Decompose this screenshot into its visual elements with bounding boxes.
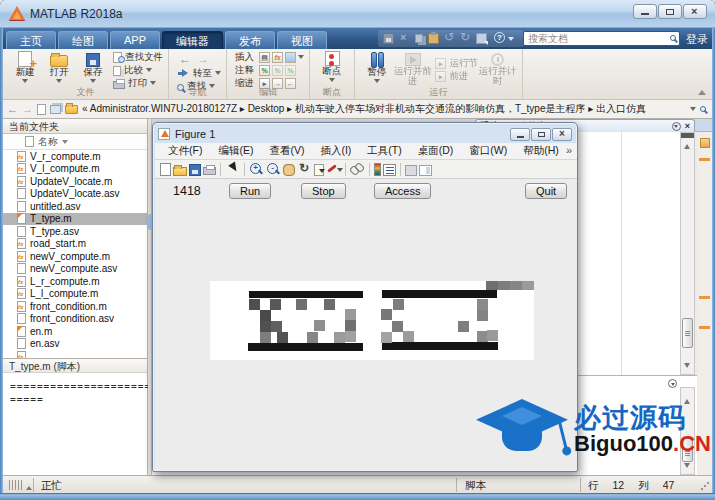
search-folder-icon[interactable]	[700, 106, 706, 112]
zoom-in-icon[interactable]	[249, 162, 264, 177]
file-row[interactable]: road_start.m	[3, 238, 147, 251]
new-file-icon[interactable]	[160, 163, 171, 176]
figure-menu-item[interactable]: 桌面(D)	[410, 144, 462, 158]
collapse-ribbon-icon[interactable]	[698, 86, 706, 95]
scroll-down-icon[interactable]	[684, 363, 690, 371]
titlebar[interactable]: MATLAB R2018a	[0, 0, 715, 28]
forward-icon[interactable]: →	[22, 103, 33, 115]
figure-menu-item[interactable]: 查看(V)	[261, 144, 312, 158]
scroll-up-icon[interactable]	[684, 141, 690, 149]
stop-button[interactable]: Stop	[301, 183, 346, 199]
community-icon[interactable]	[476, 33, 487, 44]
run-button[interactable]: Run	[229, 183, 271, 199]
quit-button[interactable]: Quit	[525, 183, 567, 199]
save-figure-icon[interactable]	[189, 164, 201, 176]
rotate-3d-icon[interactable]	[297, 162, 312, 177]
sort-icon[interactable]	[62, 140, 68, 147]
close-button[interactable]	[683, 4, 707, 19]
insert-legend-icon[interactable]	[383, 164, 396, 176]
breadcrumb[interactable]: « Administrator.WIN7U-20180127Z ▸ Deskto…	[82, 102, 686, 116]
save-button[interactable]: 保存	[76, 51, 110, 86]
data-cursor-icon[interactable]	[314, 164, 324, 176]
compare-button[interactable]: 比较	[113, 64, 163, 77]
figure-menu-item[interactable]: 工具(T)	[359, 144, 409, 158]
recent-folders-icon[interactable]	[50, 105, 61, 114]
chevron-up-icon[interactable]	[26, 483, 32, 490]
minimize-button[interactable]	[633, 4, 657, 19]
tab-视图[interactable]: 视图	[277, 31, 327, 49]
search-input[interactable]	[526, 32, 664, 45]
new-button[interactable]: 新建	[8, 51, 42, 86]
find-files-button[interactable]: 查找文件	[113, 51, 163, 64]
tab-发布[interactable]: 发布	[225, 31, 275, 49]
comment-icon[interactable]: %	[259, 65, 270, 76]
file-row[interactable]: en.m	[3, 325, 147, 338]
help-icon[interactable]	[492, 33, 503, 44]
editor-scrollbar[interactable]	[680, 132, 695, 375]
file-row[interactable]: UpdateV_locate.asv	[3, 188, 147, 201]
current-folder-header[interactable]: 当前文件夹	[3, 119, 147, 134]
maximize-button[interactable]	[658, 4, 682, 19]
insert-function-icon[interactable]: fx	[272, 52, 283, 63]
file-row[interactable]: en.asv	[3, 338, 147, 351]
breakpoints-button[interactable]: 断点	[315, 51, 349, 85]
figure-menu-item[interactable]: 文件(F)	[160, 144, 210, 158]
show-plot-tools-icon[interactable]	[419, 165, 432, 176]
link-plot-icon[interactable]	[350, 162, 365, 177]
figure-close-button[interactable]	[552, 128, 572, 141]
figure-titlebar[interactable]: Figure 1	[155, 125, 575, 143]
edit-cursor-icon[interactable]	[225, 162, 240, 177]
file-row[interactable]: front_condition.m	[3, 300, 147, 313]
advance-button[interactable]: ▸ 前进	[435, 70, 478, 83]
warning-marker[interactable]	[699, 326, 710, 329]
undo-icon[interactable]	[444, 33, 455, 44]
chevron-down-icon[interactable]	[690, 107, 696, 114]
figure-minimize-button[interactable]	[510, 128, 530, 141]
doc-search[interactable]	[523, 31, 680, 46]
back-icon[interactable]: ←	[7, 103, 18, 115]
warning-marker[interactable]	[699, 158, 710, 161]
file-list-header[interactable]: 名称	[3, 134, 147, 150]
file-row[interactable]: T_type.m	[3, 213, 147, 226]
pan-icon[interactable]	[283, 164, 295, 176]
tab-编辑器[interactable]: 编辑器	[162, 31, 223, 49]
figure-menu-item[interactable]: 插入(I)	[312, 144, 359, 158]
messages-summary-icon[interactable]	[700, 138, 710, 148]
comment-row[interactable]: 注释 % % %	[235, 64, 304, 77]
figure-menu-item[interactable]: 编辑(E)	[210, 144, 261, 158]
insert-colorbar-icon[interactable]	[374, 163, 381, 176]
tab-actions-icon[interactable]	[672, 122, 681, 131]
paste-icon[interactable]	[428, 33, 439, 44]
hide-plot-tools-icon[interactable]	[405, 165, 417, 176]
tab-主页[interactable]: 主页	[6, 31, 56, 49]
redo-icon[interactable]	[460, 33, 471, 44]
file-row[interactable]: V_r_compute.m	[3, 150, 147, 163]
file-row[interactable]: untitled.asv	[3, 200, 147, 213]
brush-icon[interactable]	[326, 162, 341, 177]
figure-menu-item[interactable]: 窗口(W)	[461, 144, 515, 158]
insert-section-icon[interactable]: ▤	[259, 52, 270, 63]
copy-icon[interactable]	[415, 34, 423, 43]
file-row[interactable]	[3, 350, 147, 358]
open-button[interactable]: 打开	[42, 51, 76, 86]
print-figure-icon[interactable]	[203, 167, 216, 175]
warning-marker[interactable]	[699, 296, 710, 299]
browse-doc-icon[interactable]	[37, 104, 46, 115]
access-button[interactable]: Access	[374, 183, 431, 199]
file-details-header[interactable]: T_type.m (脚本)	[3, 358, 147, 373]
file-row[interactable]: L_r_compute.m	[3, 275, 147, 288]
file-row[interactable]: front_condition.asv	[3, 313, 147, 326]
run-time-button[interactable]: 运行并计时	[478, 51, 517, 87]
wrap-comment-icon[interactable]: %	[285, 65, 296, 76]
file-row[interactable]: UpdateV_locate.m	[3, 175, 147, 188]
dropdown-icon[interactable]	[508, 33, 519, 44]
file-row[interactable]: V_l_compute.m	[3, 163, 147, 176]
zoom-out-icon[interactable]	[266, 162, 281, 177]
tab-close-icon[interactable]	[685, 121, 690, 131]
goto-button[interactable]: 转至	[177, 67, 221, 80]
tab-APP[interactable]: APP	[110, 31, 160, 49]
save-icon[interactable]	[383, 33, 394, 44]
file-row[interactable]: L_l_compute.m	[3, 288, 147, 301]
run-advance-button[interactable]: 运行并前进	[393, 51, 432, 87]
login-button[interactable]: 登录	[686, 32, 708, 47]
